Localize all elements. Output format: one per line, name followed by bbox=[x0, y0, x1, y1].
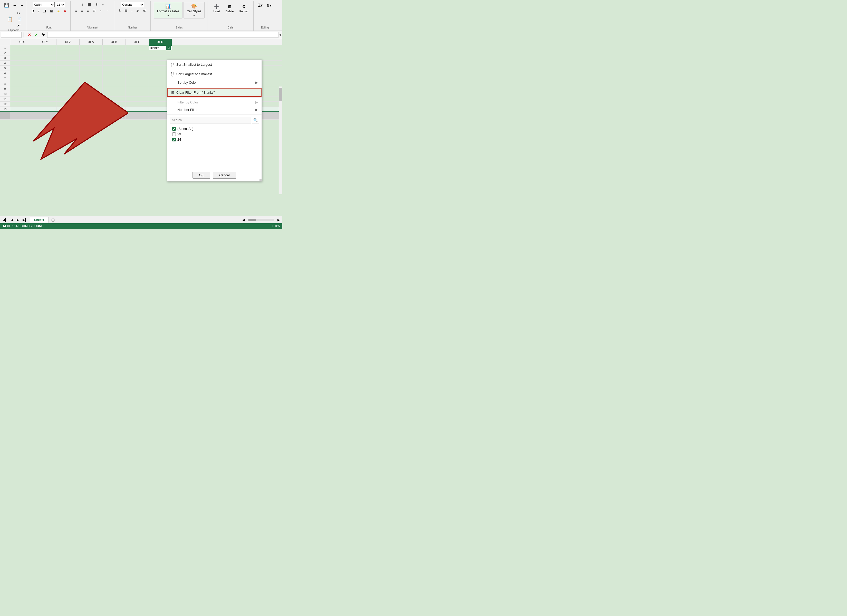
confirm-formula-btn[interactable]: ✓ bbox=[33, 32, 40, 38]
cell-xfa-4[interactable] bbox=[80, 61, 103, 65]
sheet-nav-next[interactable]: ▶ bbox=[15, 217, 21, 223]
cell-xez-4[interactable] bbox=[56, 61, 80, 65]
percent-btn[interactable]: % bbox=[123, 8, 129, 13]
cell-xfa-3[interactable] bbox=[80, 55, 103, 60]
cell-xez-3[interactable] bbox=[56, 55, 80, 60]
cell-xex-13[interactable] bbox=[10, 107, 33, 111]
cell-xfb-11[interactable] bbox=[103, 96, 126, 101]
cell-xez-8[interactable] bbox=[56, 81, 80, 86]
cell-xfa-5[interactable] bbox=[80, 66, 103, 71]
merge-btn[interactable]: ⊡ bbox=[91, 8, 97, 13]
dec-inc-btn[interactable]: .0 bbox=[135, 9, 140, 13]
cell-xfb-9[interactable] bbox=[103, 86, 126, 91]
cell-xey-8[interactable] bbox=[33, 81, 56, 86]
cell-xfa-7[interactable] bbox=[80, 76, 103, 81]
cell-xfa-6[interactable] bbox=[80, 71, 103, 76]
col-xfb[interactable]: XFB bbox=[103, 39, 126, 45]
col-xey[interactable]: XEY bbox=[33, 39, 56, 45]
cell-xfc-2[interactable] bbox=[126, 50, 149, 55]
cell-xex-5[interactable] bbox=[10, 66, 33, 71]
cell-xfc-4[interactable] bbox=[126, 61, 149, 65]
fill-color-btn[interactable]: A bbox=[56, 8, 61, 14]
formula-input[interactable] bbox=[47, 32, 279, 38]
wrap-text-btn[interactable]: ↵ bbox=[100, 3, 106, 7]
col-xfa[interactable]: XFA bbox=[80, 39, 103, 45]
col-xfc[interactable]: XFC bbox=[126, 39, 149, 45]
cell-xfc-8[interactable] bbox=[126, 81, 149, 86]
cell-xez-11[interactable] bbox=[56, 96, 80, 101]
cell-xfb-6[interactable] bbox=[103, 71, 126, 76]
vertical-scrollbar[interactable] bbox=[279, 87, 282, 194]
undo-btn[interactable]: ↩ bbox=[12, 3, 18, 8]
cell-xfa-12[interactable] bbox=[80, 102, 103, 106]
borders-btn[interactable]: ⊞ bbox=[49, 8, 55, 14]
cell-xfb-1[interactable] bbox=[103, 45, 126, 50]
sort-filter-btn[interactable]: ⇅▾ bbox=[265, 3, 273, 8]
sheet-nav-last[interactable]: ▶▍ bbox=[21, 217, 29, 223]
copy-btn[interactable]: 📄 bbox=[16, 16, 23, 22]
number-format-select[interactable]: General bbox=[121, 2, 144, 7]
cell-xex-11[interactable] bbox=[10, 96, 33, 101]
sheet-nav-first[interactable]: ◀▍ bbox=[1, 217, 9, 223]
cell-xfb-13[interactable] bbox=[103, 107, 126, 111]
cell-xey-6[interactable] bbox=[33, 71, 56, 76]
cell-xex-8[interactable] bbox=[10, 81, 33, 86]
cell-xfb-12[interactable] bbox=[103, 102, 126, 106]
checkbox-24-input[interactable] bbox=[172, 138, 176, 142]
cell-styles-btn[interactable]: 🎨 Cell Styles ▾ bbox=[183, 2, 205, 18]
cell-xey-13[interactable] bbox=[33, 107, 56, 111]
cancel-formula-btn[interactable]: ✕ bbox=[26, 32, 32, 38]
cell-xfb-4[interactable] bbox=[103, 61, 126, 65]
cell-xfc-9[interactable] bbox=[126, 86, 149, 91]
cell-xez-9[interactable] bbox=[56, 86, 80, 91]
cell-xez-2[interactable] bbox=[56, 50, 80, 55]
checkbox-select-all-input[interactable] bbox=[172, 127, 176, 131]
cell-xex-9[interactable] bbox=[10, 86, 33, 91]
dec-dec-btn[interactable]: .00 bbox=[141, 9, 148, 13]
cell-xex-2[interactable] bbox=[10, 50, 33, 55]
cell-xfa-2[interactable] bbox=[80, 50, 103, 55]
ok-btn[interactable]: OK bbox=[192, 172, 210, 179]
cell-xez-5[interactable] bbox=[56, 66, 80, 71]
cell-xfb-5[interactable] bbox=[103, 66, 126, 71]
add-sheet-btn[interactable]: ⊕ bbox=[50, 217, 56, 223]
cell-xfa-11[interactable] bbox=[80, 96, 103, 101]
cell-xez-6[interactable] bbox=[56, 71, 80, 76]
cell-xez-12[interactable] bbox=[56, 102, 80, 106]
paste-btn[interactable]: 📋 bbox=[5, 15, 15, 23]
cell-xfc-3[interactable] bbox=[126, 55, 149, 60]
cell-xey-9[interactable] bbox=[33, 86, 56, 91]
cancel-btn[interactable]: Cancel bbox=[213, 172, 236, 179]
cell-xfb-14[interactable] bbox=[103, 112, 126, 119]
cell-xfc-14[interactable] bbox=[126, 112, 149, 119]
search-btn[interactable]: 🔍 bbox=[252, 117, 259, 123]
filter-funnel-btn[interactable]: ⊟ bbox=[166, 46, 171, 50]
col-xex[interactable]: XEX bbox=[10, 39, 33, 45]
cell-xfd-1[interactable]: Blanks ⊟ bbox=[149, 45, 172, 50]
cell-xex-6[interactable] bbox=[10, 71, 33, 76]
checkbox-23[interactable]: 23 bbox=[172, 131, 259, 137]
bold-btn[interactable]: B bbox=[30, 8, 36, 14]
name-box[interactable] bbox=[1, 32, 22, 38]
cell-xey-1[interactable] bbox=[33, 45, 56, 50]
col-xfd[interactable]: XFD bbox=[149, 39, 172, 45]
cell-xfb-10[interactable] bbox=[103, 92, 126, 96]
cell-xez-10[interactable] bbox=[56, 92, 80, 96]
font-family-select[interactable]: Calibri bbox=[33, 2, 55, 7]
sheet-nav-prev[interactable]: ◀ bbox=[9, 217, 15, 223]
indent-inc-btn[interactable]: → bbox=[105, 8, 111, 13]
font-color-btn[interactable]: A bbox=[62, 8, 68, 14]
cell-xez-7[interactable] bbox=[56, 76, 80, 81]
checkbox-24[interactable]: 24 bbox=[172, 137, 259, 142]
scrollbar-thumb[interactable] bbox=[279, 88, 282, 100]
font-size-select[interactable]: 11 bbox=[56, 2, 65, 7]
cell-xfa-14[interactable] bbox=[80, 112, 103, 119]
cell-xey-3[interactable] bbox=[33, 55, 56, 60]
number-filters-item[interactable]: Number Filters ▶ bbox=[167, 106, 261, 114]
clear-filter-item[interactable]: ⊟ Clear Filter From "Blanks" bbox=[167, 88, 261, 97]
format-as-table-btn[interactable]: 📊 Format as Table ▾ bbox=[154, 2, 183, 18]
align-left-btn[interactable]: ≡ bbox=[74, 8, 78, 13]
cell-xfb-2[interactable] bbox=[103, 50, 126, 55]
sort-color-item[interactable]: Sort by Color ▶ bbox=[167, 79, 261, 86]
save-btn[interactable]: 💾 bbox=[3, 2, 11, 9]
